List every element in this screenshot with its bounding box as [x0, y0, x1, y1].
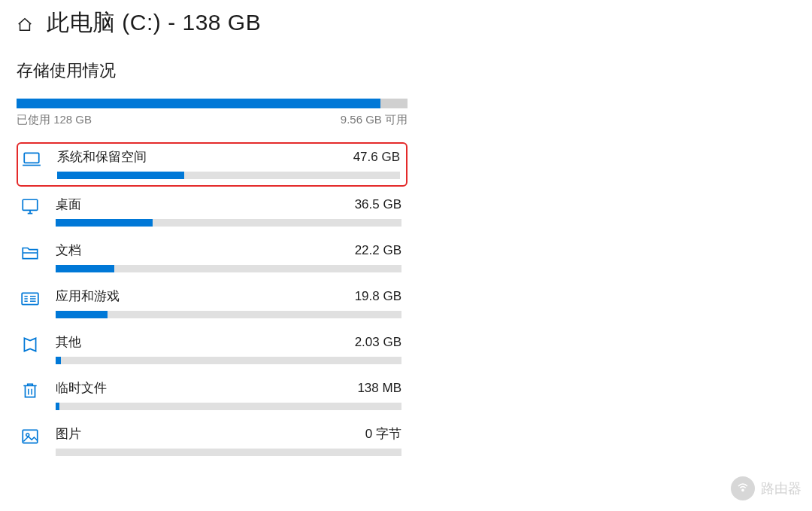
category-name: 图片 [56, 425, 81, 443]
map-icon [20, 333, 41, 364]
category-bar-fill [56, 311, 108, 318]
category-size: 47.6 GB [353, 150, 400, 165]
storage-category-documents[interactable]: 文档22.2 GB [17, 237, 408, 278]
category-bar [57, 172, 400, 179]
category-bar-fill [56, 265, 114, 272]
category-bar [56, 265, 401, 272]
watermark: 路由器 [731, 476, 801, 500]
overall-used-label: 已使用 128 GB [17, 113, 92, 127]
apps-icon [20, 287, 41, 318]
category-bar [56, 449, 401, 456]
category-size: 0 字节 [365, 425, 401, 443]
category-name: 应用和游戏 [56, 287, 120, 305]
category-bar [56, 311, 401, 318]
category-name: 系统和保留空间 [57, 148, 147, 166]
category-size: 22.2 GB [355, 243, 401, 258]
folder-icon [20, 242, 41, 272]
category-name: 其他 [56, 333, 81, 351]
storage-category-other[interactable]: 其他2.03 GB [17, 329, 408, 370]
category-name: 临时文件 [56, 379, 107, 397]
page-title: 此电脑 (C:) - 138 GB [47, 8, 261, 38]
laptop-icon [21, 148, 42, 179]
section-title: 存储使用情况 [17, 59, 795, 82]
watermark-text: 路由器 [761, 479, 801, 497]
category-name: 文档 [56, 242, 81, 259]
home-icon[interactable] [17, 17, 33, 33]
overall-free-label: 9.56 GB 可用 [341, 113, 408, 127]
category-name: 桌面 [56, 196, 81, 213]
category-bar-fill [56, 403, 59, 410]
picture-icon [20, 425, 41, 456]
category-bar [56, 219, 401, 227]
category-bar [56, 403, 401, 410]
storage-category-temp[interactable]: 临时文件138 MB [17, 375, 408, 416]
category-bar-fill [57, 172, 184, 179]
category-size: 2.03 GB [355, 335, 401, 350]
category-bar-fill [56, 357, 61, 364]
overall-usage-bar [17, 99, 408, 108]
storage-category-apps[interactable]: 应用和游戏19.8 GB [17, 283, 408, 324]
category-size: 19.8 GB [355, 289, 401, 304]
storage-category-system[interactable]: 系统和保留空间47.6 GB [17, 142, 408, 187]
overall-usage-fill [17, 99, 380, 108]
category-bar-fill [56, 219, 153, 227]
storage-category-desktop[interactable]: 桌面36.5 GB [17, 191, 408, 233]
router-icon [731, 476, 755, 500]
svg-point-0 [742, 489, 744, 491]
category-bar [56, 357, 401, 364]
category-size: 138 MB [357, 381, 401, 396]
monitor-icon [20, 196, 41, 227]
storage-category-pictures[interactable]: 图片0 字节 [17, 421, 408, 462]
category-size: 36.5 GB [355, 197, 401, 212]
trash-icon [20, 379, 41, 410]
